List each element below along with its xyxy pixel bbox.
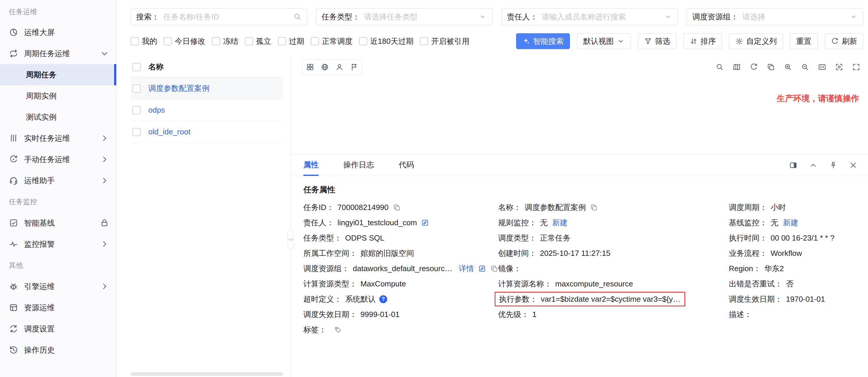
- dag-canvas[interactable]: 生产环境，请谨慎操作: [291, 77, 868, 154]
- copy-icon[interactable]: [490, 265, 498, 273]
- task-type-filter[interactable]: 任务类型： 请选择任务类型: [316, 8, 493, 25]
- sidebar-item[interactable]: 手动任务运维: [0, 149, 116, 170]
- grid-view-button[interactable]: [304, 61, 317, 73]
- copy-icon[interactable]: [393, 203, 401, 212]
- filter-button[interactable]: 筛选: [638, 33, 677, 49]
- sidebar-item[interactable]: 引擎运维: [0, 276, 116, 297]
- checkbox[interactable]: [131, 37, 139, 45]
- property-value: 系统默认: [345, 294, 376, 304]
- sidebar-item[interactable]: 周期任务: [0, 64, 116, 85]
- quick-filter[interactable]: 过期: [278, 36, 304, 46]
- chevron-right-icon: [100, 176, 109, 185]
- checkbox[interactable]: [164, 37, 172, 45]
- property-value: var1=$bizdate var2=$cyctime var3=${yyyym…: [541, 295, 681, 304]
- row-checkbox[interactable]: [132, 85, 141, 93]
- sidebar-item-label: 调度设置: [24, 324, 109, 334]
- sidebar-item-label: 智能基线: [24, 218, 100, 228]
- checkbox[interactable]: [311, 37, 319, 45]
- tab-properties[interactable]: 属性: [303, 154, 319, 176]
- search-filter[interactable]: 搜索： 任务名称/任务ID: [131, 8, 307, 25]
- chevron-up-button[interactable]: [809, 161, 817, 169]
- owner-filter[interactable]: 责任人： 请输入成员名称进行搜索: [501, 8, 678, 25]
- tab-code[interactable]: 代码: [399, 154, 414, 176]
- search-button[interactable]: [716, 63, 724, 71]
- one-to-one-button[interactable]: [818, 63, 826, 71]
- task-name-link[interactable]: old_ide_root: [148, 127, 190, 136]
- flag-view-button[interactable]: [348, 61, 361, 73]
- tab-logs[interactable]: 操作日志: [343, 154, 374, 176]
- property-link[interactable]: 详情: [459, 263, 474, 274]
- sidebar-item[interactable]: 监控报警: [0, 233, 116, 255]
- sidebar-item-label: 周期任务运维: [24, 49, 100, 59]
- property-link[interactable]: 新建: [552, 218, 567, 228]
- person-view-button[interactable]: [333, 61, 346, 73]
- sidebar-item[interactable]: 智能基线: [0, 212, 116, 233]
- checkbox[interactable]: [212, 37, 220, 45]
- checkbox[interactable]: [278, 37, 286, 45]
- view-switcher-button[interactable]: 默认视图: [577, 33, 631, 49]
- quick-filter[interactable]: 我的: [131, 36, 157, 46]
- sidebar-item[interactable]: 实时任务运维: [0, 128, 116, 149]
- resource-group-filter[interactable]: 调度资源组： 请选择: [687, 8, 863, 25]
- tag-icon[interactable]: [334, 326, 342, 334]
- select-all-checkbox[interactable]: [132, 63, 141, 71]
- flag-icon: [350, 63, 359, 71]
- edit-icon[interactable]: [421, 219, 429, 227]
- sidebar-item[interactable]: 调度设置: [0, 318, 116, 339]
- quick-filter[interactable]: 今日修改: [164, 36, 206, 46]
- property-link[interactable]: 新建: [783, 218, 798, 228]
- copy-button[interactable]: [767, 63, 775, 71]
- panel-collapse-handle[interactable]: ‹ ›: [287, 230, 294, 249]
- task-name-link[interactable]: odps: [148, 105, 165, 115]
- globe-view-button[interactable]: [318, 61, 331, 73]
- dag-toolbar: [291, 57, 868, 77]
- task-list-row[interactable]: old_ide_root: [131, 121, 283, 143]
- panel-button[interactable]: [789, 161, 797, 169]
- sidebar-item[interactable]: 运维助手: [0, 170, 116, 191]
- task-list-panel: 名称 调度参数配置案例odpsold_ide_root: [131, 57, 283, 377]
- chevron-right-icon: [100, 133, 109, 143]
- sidebar-item[interactable]: 操作历史: [0, 339, 116, 360]
- refresh-button[interactable]: [750, 63, 758, 71]
- task-name-link[interactable]: 调度参数配置案例: [148, 83, 210, 94]
- fit-button[interactable]: [835, 63, 843, 71]
- quick-filter[interactable]: 冻结: [212, 36, 238, 46]
- checkbox[interactable]: [420, 37, 428, 45]
- sidebar-item[interactable]: 测试实例: [0, 106, 116, 128]
- pin-button[interactable]: [829, 161, 837, 169]
- quick-filter[interactable]: 近180天过期: [359, 36, 413, 46]
- quick-filter-label: 我的: [142, 36, 157, 46]
- copy-icon[interactable]: [590, 203, 598, 212]
- smart-search-button[interactable]: 智能搜索: [516, 33, 570, 49]
- task-rows: 调度参数配置案例odpsold_ide_root: [131, 77, 283, 143]
- zoom-in-button[interactable]: [784, 63, 792, 71]
- globe-icon: [321, 63, 329, 71]
- sort-button[interactable]: 排序: [683, 33, 722, 49]
- custom-columns-button[interactable]: 自定义列: [729, 33, 783, 49]
- fullscreen-button[interactable]: [852, 63, 860, 71]
- row-checkbox[interactable]: [132, 128, 141, 136]
- row-checkbox[interactable]: [132, 106, 141, 115]
- task-type-filter-label: 任务类型：: [321, 12, 360, 22]
- horizontal-scrollbar[interactable]: [131, 372, 283, 376]
- sidebar-item[interactable]: 资源运维: [0, 297, 116, 318]
- quick-filter[interactable]: 正常调度: [311, 36, 352, 46]
- zoom-out-button[interactable]: [801, 63, 809, 71]
- checkbox[interactable]: [359, 37, 367, 45]
- checkbox[interactable]: [245, 37, 253, 45]
- reset-button[interactable]: 重置: [790, 33, 818, 49]
- sidebar-item[interactable]: 周期实例: [0, 85, 116, 106]
- sidebar-item[interactable]: 运维大屏: [0, 22, 116, 43]
- quick-filter[interactable]: 孤立: [245, 36, 271, 46]
- refresh-button[interactable]: 刷新: [825, 33, 863, 49]
- map-button[interactable]: [733, 63, 741, 71]
- task-list-row[interactable]: odps: [131, 99, 283, 121]
- close-button[interactable]: [849, 161, 858, 169]
- edit-icon[interactable]: [478, 265, 486, 273]
- caret-down-icon: [479, 13, 487, 21]
- help-icon[interactable]: ?: [379, 295, 387, 303]
- task-list-row[interactable]: 调度参数配置案例: [131, 77, 283, 99]
- quick-filter[interactable]: 开启被引用: [420, 36, 469, 46]
- sidebar-item[interactable]: 周期任务运维: [0, 43, 116, 64]
- detail-tabs-bar: 属性操作日志代码: [291, 154, 868, 176]
